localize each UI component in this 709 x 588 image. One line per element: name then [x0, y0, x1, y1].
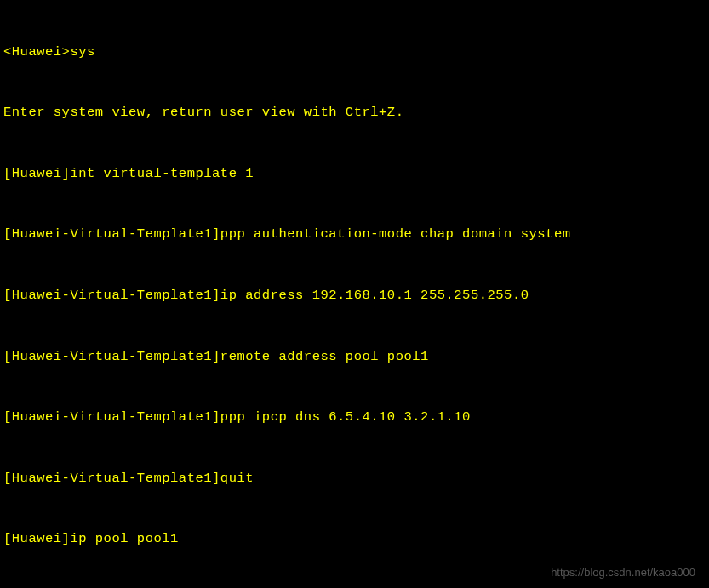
terminal-line: [Huawei-Virtual-Template1]remote address…	[3, 347, 706, 368]
terminal-line: Enter system view, return user view with…	[3, 103, 706, 123]
terminal-line: [Huawei]int virtual-template 1	[3, 164, 706, 185]
watermark-text: https://blog.csdn.net/kaoa000	[551, 564, 695, 581]
terminal-line: [Huawei-Virtual-Template1]ppp ipcp dns 6…	[3, 408, 706, 428]
terminal-line: [Huawei-Virtual-Template1]ppp authentica…	[3, 225, 706, 245]
terminal-line: <Huawei>sys	[3, 43, 706, 63]
terminal-line: [Huawei-Virtual-Template1]quit	[3, 469, 706, 489]
terminal-line: [Huawei-Virtual-Template1]ip address 192…	[3, 286, 706, 306]
terminal-line: [Huawei]ip pool pool1	[3, 529, 706, 550]
terminal-output[interactable]: <Huawei>sys Enter system view, return us…	[3, 2, 706, 588]
